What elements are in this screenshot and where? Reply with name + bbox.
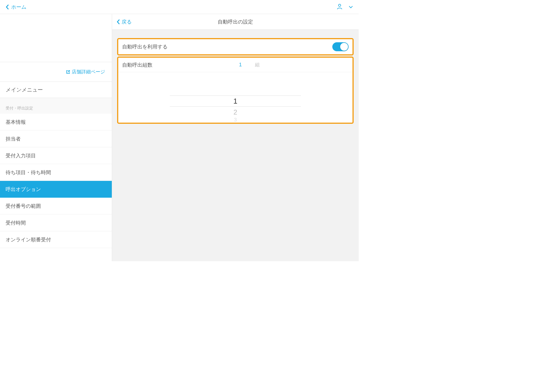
main-menu-header[interactable]: メインメニュー bbox=[0, 82, 112, 98]
sidebar-item-label: オンライン順番受付 bbox=[6, 236, 51, 243]
chevron-down-icon[interactable] bbox=[349, 6, 353, 8]
sidebar-group-label: 受付・呼出設定 bbox=[0, 98, 112, 114]
content-area: 戻る 自動呼出の設定 自動呼出を利用する 自動呼出組数 1 bbox=[112, 14, 359, 261]
sidebar-item-label: 待ち項目・待ち時間 bbox=[6, 169, 51, 176]
chevron-left-icon bbox=[6, 4, 10, 10]
auto-call-toggle-box: 自動呼出を利用する bbox=[117, 38, 354, 55]
top-header: ホーム bbox=[0, 0, 359, 14]
auto-call-toggle-label: 自動呼出を利用する bbox=[122, 43, 168, 50]
auto-call-count-label: 自動呼出組数 bbox=[122, 62, 226, 68]
auto-call-count-value: 1 bbox=[231, 62, 249, 68]
sidebar-item-number-range[interactable]: 受付番号の範囲 bbox=[0, 198, 112, 214]
store-detail-link[interactable]: 店舗詳細ページ bbox=[0, 62, 112, 82]
picker-item-faded: 3 bbox=[170, 118, 301, 122]
auto-call-count-unit: 組 bbox=[255, 62, 260, 68]
sidebar-item-online-reception[interactable]: オンライン順番受付 bbox=[0, 231, 112, 248]
external-link-icon bbox=[66, 70, 70, 74]
sidebar-item-label: 担当者 bbox=[6, 136, 21, 142]
user-icon[interactable] bbox=[336, 3, 343, 11]
auto-call-toggle[interactable] bbox=[332, 42, 349, 51]
back-label: 戻る bbox=[122, 18, 132, 25]
sidebar-item-basic-info[interactable]: 基本情報 bbox=[0, 114, 112, 130]
back-button[interactable]: 戻る bbox=[117, 18, 132, 25]
auto-call-count-box: 自動呼出組数 1 組 1 2 3 bbox=[117, 57, 354, 124]
sidebar-item-label: 基本情報 bbox=[6, 119, 26, 125]
sidebar-top-spacer bbox=[0, 14, 112, 62]
picker-selection-band bbox=[170, 95, 301, 107]
content-header: 戻る 自動呼出の設定 bbox=[112, 14, 359, 30]
sidebar-item-wait-items[interactable]: 待ち項目・待ち時間 bbox=[0, 164, 112, 181]
home-label: ホーム bbox=[11, 4, 26, 10]
chevron-left-icon bbox=[117, 19, 120, 25]
sidebar-item-staff[interactable]: 担当者 bbox=[0, 130, 112, 147]
sidebar-item-label: 受付番号の範囲 bbox=[6, 203, 41, 209]
sidebar-item-reception-time[interactable]: 受付時間 bbox=[0, 214, 112, 231]
home-back-link[interactable]: ホーム bbox=[6, 4, 26, 10]
sidebar-item-label: 受付時間 bbox=[6, 220, 26, 226]
sidebar-item-label: 受付入力項目 bbox=[6, 152, 36, 159]
sidebar-item-input-fields[interactable]: 受付入力項目 bbox=[0, 147, 112, 164]
picker-item-next: 2 bbox=[170, 107, 301, 118]
svg-point-0 bbox=[338, 4, 341, 6]
main-menu-label: メインメニュー bbox=[6, 86, 43, 94]
number-picker[interactable]: 1 2 3 bbox=[170, 95, 301, 122]
sidebar-item-label: 呼出オプション bbox=[6, 186, 41, 193]
auto-call-count-row[interactable]: 自動呼出組数 1 組 bbox=[118, 58, 353, 72]
auto-call-toggle-row: 自動呼出を利用する bbox=[118, 39, 353, 54]
page-title: 自動呼出の設定 bbox=[218, 18, 253, 25]
toggle-knob bbox=[340, 43, 348, 51]
store-detail-label: 店舗詳細ページ bbox=[72, 69, 105, 75]
sidebar-item-call-options[interactable]: 呼出オプション bbox=[0, 181, 112, 198]
sidebar: 店舗詳細ページ メインメニュー 受付・呼出設定 基本情報 担当者 受付入力項目 … bbox=[0, 14, 112, 261]
number-picker-area: 1 2 3 bbox=[118, 72, 353, 123]
